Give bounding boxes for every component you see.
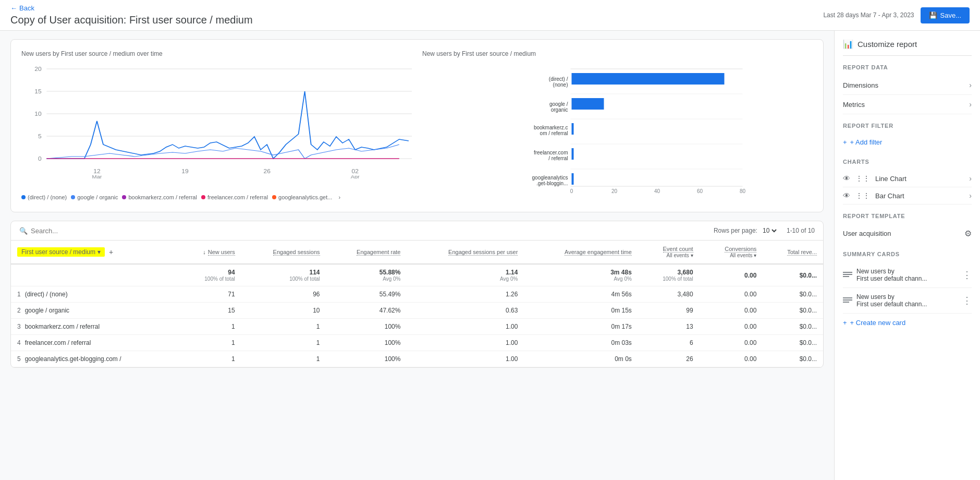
row-dimension: 3bookmarkerz.com / referral bbox=[11, 319, 177, 335]
dimensions-chevron-icon: › bbox=[969, 81, 972, 89]
engagement-rate-header[interactable]: Engagement rate bbox=[326, 241, 407, 264]
bar-chart-svg: (direct) / (none) google / organic bookm… bbox=[422, 64, 813, 199]
metrics-chevron-icon: › bbox=[969, 100, 972, 109]
bar-chart-row[interactable]: 👁 ⋮⋮ Bar Chart › bbox=[843, 187, 972, 205]
svg-text:40: 40 bbox=[654, 188, 660, 194]
back-link[interactable]: ← Back bbox=[10, 4, 253, 12]
total-revenue-header[interactable]: Total reve... bbox=[763, 241, 823, 264]
summary-card-1: New users by First user default chann...… bbox=[843, 262, 972, 288]
summary-card-1-left: New users by First user default chann... bbox=[843, 268, 927, 282]
metrics-row[interactable]: Metrics › bbox=[843, 95, 972, 114]
header-left: ← Back Copy of User acquisition: First u… bbox=[10, 4, 253, 26]
svg-text:googleanalytics: googleanalytics bbox=[532, 175, 568, 181]
template-settings-icon[interactable]: ⚙ bbox=[964, 229, 972, 238]
charts-title: CHARTS bbox=[843, 159, 972, 165]
report-template-row: User acquisition ⚙ bbox=[843, 224, 972, 243]
user-acquisition-label: User acquisition bbox=[843, 230, 891, 237]
totals-avg-engagement: 3m 48s Avg 0% bbox=[524, 264, 638, 286]
legend-chevron[interactable]: › bbox=[336, 193, 342, 201]
row-engagement-rate: 100% bbox=[326, 335, 407, 351]
legend-label-direct: (direct) / (none) bbox=[28, 194, 67, 200]
dim-tag-dropdown-icon[interactable]: ▾ bbox=[97, 248, 101, 256]
line-chart-chevron-icon: › bbox=[969, 174, 972, 183]
legend-dot-bookmarkerz bbox=[122, 195, 126, 199]
create-card-button[interactable]: + + Create new card bbox=[843, 314, 905, 332]
legend-item-bookmarkerz: bookmarkerz.com / referral bbox=[122, 194, 197, 200]
row-new-users: 71 bbox=[177, 286, 241, 303]
line-chart-row[interactable]: 👁 ⋮⋮ Line Chart › bbox=[843, 170, 972, 187]
row-total-revenue: $0.0... bbox=[763, 335, 823, 351]
totals-engagement-rate: 55.88% Avg 0% bbox=[326, 264, 407, 286]
header: ← Back Copy of User acquisition: First u… bbox=[0, 0, 980, 31]
svg-text:organic: organic bbox=[551, 107, 568, 113]
conversions-header[interactable]: ConversionsAll events ▾ bbox=[700, 241, 763, 264]
row-new-users: 1 bbox=[177, 335, 241, 351]
legend-item-direct: (direct) / (none) bbox=[21, 194, 67, 200]
totals-dim-label bbox=[11, 264, 177, 286]
right-panel: 📊 Customize report REPORT DATA Dimension… bbox=[834, 31, 980, 480]
report-filter-title: REPORT FILTER bbox=[843, 123, 972, 129]
legend-item-freelancer: freelancer.com / referral bbox=[201, 194, 268, 200]
row-new-users: 1 bbox=[177, 319, 241, 335]
save-button[interactable]: 💾 Save... bbox=[921, 7, 970, 23]
add-filter-button[interactable]: + + Add filter bbox=[843, 134, 882, 150]
row-dimension: 1(direct) / (none) bbox=[11, 286, 177, 303]
new-users-header[interactable]: ↓New users bbox=[177, 241, 241, 264]
row-dimension: 2google / organic bbox=[11, 303, 177, 319]
svg-rect-24 bbox=[572, 123, 574, 135]
row-avg-engagement: 0m 0s bbox=[524, 351, 638, 367]
line-chart-svg: 20 15 10 5 0 12 Mar 19 26 02 Apr bbox=[21, 64, 412, 178]
table-row: 5googleanalytics.get-blogging.com / 1 1 … bbox=[11, 351, 823, 367]
row-conversions: 0.00 bbox=[700, 303, 763, 319]
svg-text:(none): (none) bbox=[553, 82, 568, 88]
row-avg-engagement: 4m 56s bbox=[524, 286, 638, 303]
search-icon: 🔍 bbox=[19, 227, 28, 235]
legend-label-google: google / organic bbox=[77, 194, 118, 200]
svg-text:80: 80 bbox=[740, 188, 746, 194]
totals-engaged-per-user: 1.14 Avg 0% bbox=[407, 264, 524, 286]
table-toolbar: 🔍 Rows per page: 10 25 50 1-10 of 10 bbox=[11, 221, 823, 241]
svg-text:0: 0 bbox=[38, 156, 42, 162]
legend-label-googleanalytics: googleanalytics.get... bbox=[278, 194, 332, 200]
data-table: First user source / medium ▾ + ↓New user… bbox=[11, 241, 823, 367]
line-chart-wrapper: 20 15 10 5 0 12 Mar 19 26 02 Apr bbox=[21, 64, 412, 189]
bar-chart-chevron-icon: › bbox=[969, 191, 972, 200]
bar-chart-eye-icon: 👁 bbox=[843, 191, 850, 200]
svg-rect-22 bbox=[572, 73, 725, 85]
avg-engagement-header[interactable]: Average engagement time bbox=[524, 241, 638, 264]
row-engagement-rate: 47.62% bbox=[326, 303, 407, 319]
dimensions-row[interactable]: Dimensions › bbox=[843, 76, 972, 95]
svg-text:Mar: Mar bbox=[92, 174, 102, 178]
summary-card-1-more-icon[interactable]: ⋮ bbox=[962, 269, 972, 281]
create-card-plus-icon: + bbox=[843, 319, 847, 327]
event-count-header[interactable]: Event countAll events ▾ bbox=[638, 241, 700, 264]
engaged-sessions-header[interactable]: Engaged sessions bbox=[241, 241, 326, 264]
row-event-count: 26 bbox=[638, 351, 700, 367]
pagination-info: 1-10 of 10 bbox=[787, 227, 815, 234]
summary-card-1-icon bbox=[843, 272, 852, 278]
summary-card-2-more-icon[interactable]: ⋮ bbox=[962, 295, 972, 306]
row-conversions: 0.00 bbox=[700, 351, 763, 367]
dimension-tag[interactable]: First user source / medium ▾ bbox=[17, 247, 105, 257]
row-dimension: 5googleanalytics.get-blogging.com / bbox=[11, 351, 177, 367]
totals-conversions: 0.00 bbox=[700, 264, 763, 286]
svg-text:google /: google / bbox=[549, 101, 568, 107]
date-range: Last 28 days Mar 7 - Apr 3, 2023 bbox=[823, 11, 914, 19]
row-new-users: 1 bbox=[177, 351, 241, 367]
add-dimension-button[interactable]: + bbox=[107, 248, 115, 256]
bar-chart-section: New users by First user source / medium bbox=[422, 50, 813, 201]
line-chart-label: Line Chart bbox=[875, 175, 906, 183]
search-input[interactable] bbox=[31, 227, 135, 235]
svg-text:26: 26 bbox=[263, 169, 270, 174]
rows-per-page-select[interactable]: 10 25 50 bbox=[761, 226, 778, 235]
svg-text:freelancer.com: freelancer.com bbox=[534, 150, 568, 155]
engaged-per-user-header[interactable]: Engaged sessions per user bbox=[407, 241, 524, 264]
row-conversions: 0.00 bbox=[700, 319, 763, 335]
summary-card-2: New users by First user default chann...… bbox=[843, 288, 972, 314]
line-chart-grid-icon: ⋮⋮ bbox=[855, 174, 870, 183]
row-engagement-rate: 100% bbox=[326, 351, 407, 367]
table-row: 2google / organic 15 10 47.62% 0.63 0m 1… bbox=[11, 303, 823, 319]
totals-row: 94 100% of total 114 100% of total 55.88… bbox=[11, 264, 823, 286]
main-layout: New users by First user source / medium … bbox=[0, 31, 980, 480]
row-total-revenue: $0.0... bbox=[763, 286, 823, 303]
